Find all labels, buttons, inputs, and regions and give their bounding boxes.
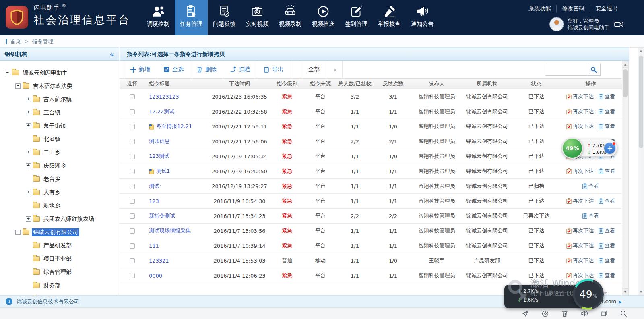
- tree-plus-icon[interactable]: +: [26, 97, 31, 102]
- view-link[interactable]: 查看: [599, 93, 615, 100]
- speaker-icon[interactable]: [581, 310, 588, 317]
- row-checkbox[interactable]: [130, 243, 135, 249]
- command-title-link[interactable]: 新指令测试: [149, 212, 175, 220]
- command-title-link[interactable]: 测试信息: [149, 138, 170, 145]
- tree-plus-icon[interactable]: +: [26, 216, 31, 222]
- window-restore-icon[interactable]: [601, 310, 607, 317]
- redeliver-link[interactable]: 再次下达: [566, 168, 594, 175]
- nav-item-live-video[interactable]: 实时视频: [241, 0, 274, 35]
- add-button[interactable]: 新增: [124, 61, 157, 78]
- redeliver-link[interactable]: 再次下达: [566, 197, 594, 205]
- command-title-link[interactable]: 冬至情报12.21: [156, 123, 192, 130]
- view-link[interactable]: 查看: [599, 168, 615, 175]
- row-checkbox[interactable]: [130, 124, 135, 129]
- tree-node[interactable]: 老台乡: [4, 172, 119, 186]
- breadcrumb-home[interactable]: 首页: [10, 38, 21, 45]
- archive-button[interactable]: 归档: [223, 61, 257, 78]
- command-title-link[interactable]: 123: [149, 198, 159, 204]
- redeliver-link[interactable]: 再次下达: [566, 93, 594, 100]
- row-checkbox[interactable]: [130, 169, 135, 174]
- tree-node[interactable]: 产品研发部: [4, 239, 119, 252]
- tree-node[interactable]: 新地乡: [4, 199, 119, 212]
- scroll-down-icon[interactable]: ▼: [622, 288, 628, 295]
- tree-plus-icon[interactable]: +: [26, 190, 31, 195]
- tree-node[interactable]: +二工乡: [4, 146, 119, 159]
- performance-ball[interactable]: 49%: [573, 279, 604, 310]
- tree-node[interactable]: +庆阳湖乡: [4, 159, 119, 172]
- view-link[interactable]: 查看: [599, 257, 615, 264]
- delete-button[interactable]: 删除: [190, 61, 223, 78]
- command-title-link[interactable]: 123测试: [149, 153, 169, 160]
- row-checkbox[interactable]: [130, 199, 135, 204]
- trash-icon[interactable]: [561, 310, 568, 317]
- row-checkbox[interactable]: [130, 213, 135, 219]
- row-checkbox[interactable]: [130, 273, 135, 278]
- view-link[interactable]: 查看: [582, 212, 599, 220]
- nav-item-video-record[interactable]: 视频录制: [274, 0, 307, 35]
- tree-plus-icon[interactable]: +: [26, 123, 31, 128]
- view-link[interactable]: 查看: [599, 197, 615, 205]
- command-title-link[interactable]: 123123123: [149, 94, 179, 100]
- scroll-down-icon[interactable]: ▼: [638, 289, 644, 295]
- nav-item-dispatch[interactable]: 调度控制: [142, 0, 175, 35]
- tree-node[interactable]: −锦诚云创闪电助手: [4, 66, 119, 79]
- tree-node[interactable]: −吉木萨尔政法委: [4, 79, 119, 93]
- redeliver-link[interactable]: 再次下达: [566, 272, 594, 279]
- redeliver-link[interactable]: 再次下达: [566, 257, 594, 264]
- row-checkbox[interactable]: [130, 228, 135, 234]
- command-title-link[interactable]: 123321: [149, 258, 169, 264]
- tree-plus-icon[interactable]: +: [26, 110, 31, 115]
- tree-node[interactable]: 北庭镇: [4, 133, 119, 146]
- view-link[interactable]: 查看: [599, 123, 615, 130]
- change-password-link[interactable]: 修改密码: [556, 5, 590, 12]
- nav-item-checkin[interactable]: 签到管理: [340, 0, 373, 35]
- nav-item-feedback[interactable]: 问题反馈: [208, 0, 241, 35]
- filter-dropdown[interactable]: 全部 ∨: [300, 61, 343, 78]
- redeliver-link[interactable]: 再次下达: [566, 108, 594, 115]
- row-checkbox[interactable]: [130, 184, 135, 189]
- tree-node[interactable]: 财务部: [4, 279, 119, 292]
- row-checkbox[interactable]: [130, 139, 135, 144]
- tree-node[interactable]: +大有乡: [4, 186, 119, 199]
- command-title-link[interactable]: 0000: [149, 273, 162, 279]
- row-checkbox[interactable]: [130, 94, 135, 99]
- command-title-link[interactable]: 12.22测试: [149, 108, 174, 115]
- view-link[interactable]: 查看: [599, 242, 615, 249]
- view-link[interactable]: 查看: [582, 182, 599, 190]
- tree-plus-icon[interactable]: +: [26, 163, 31, 168]
- search-input[interactable]: [545, 64, 587, 76]
- scroll-up-icon[interactable]: ▲: [622, 61, 628, 68]
- redeliver-link[interactable]: 再次下达: [566, 227, 594, 234]
- tree-node[interactable]: +兵团农六师红旗农场: [4, 212, 119, 226]
- tree-node[interactable]: 综合管理部: [4, 265, 119, 279]
- memory-usage-ball[interactable]: 49%: [562, 138, 583, 159]
- select-all-button[interactable]: 全选: [157, 61, 190, 78]
- row-checkbox[interactable]: [130, 154, 135, 159]
- tree-node[interactable]: +吉木萨尔镇: [4, 93, 119, 106]
- command-title-link[interactable]: 测试·: [149, 182, 161, 190]
- redeliver-link[interactable]: 再次下达: [566, 123, 594, 130]
- view-link[interactable]: 查看: [599, 272, 615, 279]
- scrollbar-thumb[interactable]: [623, 69, 628, 97]
- tree-plus-icon[interactable]: +: [26, 150, 31, 155]
- dart-icon[interactable]: [522, 310, 529, 317]
- logout-link[interactable]: 安全退出: [590, 5, 623, 12]
- export-button[interactable]: 导出: [257, 61, 290, 78]
- page-scrollbar[interactable]: ▲ ▼: [638, 48, 644, 295]
- nav-item-video-push[interactable]: 视频推送: [307, 0, 340, 35]
- table-scrollbar[interactable]: ▲ ▼: [622, 61, 629, 295]
- video-camera-icon[interactable]: [614, 21, 624, 27]
- tree-minus-icon[interactable]: −: [5, 70, 10, 75]
- tree-node[interactable]: −锦诚云创有限公司: [4, 226, 119, 239]
- page-scrollbar-thumb[interactable]: [639, 56, 643, 148]
- row-checkbox[interactable]: [130, 258, 135, 263]
- avatar[interactable]: [549, 17, 564, 31]
- command-title-link[interactable]: 测试现场情报采集: [149, 227, 191, 234]
- zoom-icon[interactable]: [620, 310, 627, 317]
- nav-item-report-check[interactable]: 举报核查: [373, 0, 406, 35]
- nav-item-notice[interactable]: 通知公告: [406, 0, 439, 35]
- tree-node[interactable]: 项目事业部: [4, 252, 119, 265]
- redeliver-link[interactable]: 再次下达: [566, 242, 594, 249]
- tree-node[interactable]: +泉子街镇: [4, 119, 119, 133]
- collapse-panel-icon[interactable]: «: [110, 50, 114, 58]
